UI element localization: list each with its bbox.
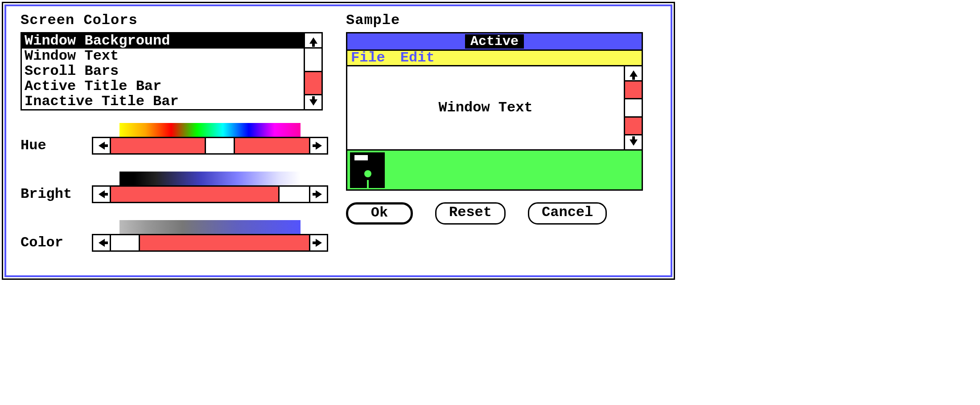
bright-scrollbar[interactable] [92, 185, 328, 203]
hue-left-button[interactable] [93, 138, 111, 153]
sample-scroll-track[interactable] [625, 82, 642, 134]
color-right-button[interactable] [309, 235, 327, 250]
listbox-scrollbar[interactable] [305, 32, 323, 110]
arrow-right-icon [316, 239, 322, 247]
floppy-disk-icon[interactable] [350, 152, 385, 188]
color-slider-row: Color [21, 220, 328, 252]
arrow-left-icon [99, 239, 105, 247]
hue-slider[interactable] [92, 123, 328, 155]
hue-track-segment [235, 138, 309, 153]
scroll-track-segment [625, 82, 642, 98]
bright-slider[interactable] [92, 172, 328, 203]
hue-right-button[interactable] [309, 138, 327, 153]
bright-track[interactable] [111, 187, 309, 202]
arrow-left-icon [99, 190, 105, 198]
scroll-up-button[interactable] [305, 33, 321, 49]
button-row: Ok Reset Cancel [346, 202, 649, 225]
scroll-track-segment [305, 71, 321, 94]
hue-track-segment [111, 138, 206, 153]
scroll-thumb[interactable] [305, 49, 321, 71]
ok-button[interactable]: Ok [346, 202, 413, 225]
right-column: Sample Active File Edit Window Text [346, 11, 649, 269]
sample-client-area: Window Text [347, 66, 642, 149]
sample-window: Active File Edit Window Text [346, 32, 643, 191]
hue-slider-row: Hue [21, 123, 328, 155]
dialog-inner-frame: Screen Colors Window Background Window T… [4, 4, 672, 277]
hue-thumb[interactable] [206, 138, 235, 153]
sample-scroll-down[interactable] [625, 134, 642, 149]
sample-scrollbar[interactable] [624, 66, 642, 149]
color-track[interactable] [111, 235, 309, 250]
hue-track[interactable] [111, 138, 309, 153]
scroll-track-segment [625, 116, 642, 134]
arrow-left-icon [99, 142, 105, 150]
color-thumb[interactable] [111, 235, 140, 250]
list-item[interactable]: Active Title Bar [22, 79, 304, 94]
bright-left-button[interactable] [93, 187, 111, 202]
screen-colors-heading: Screen Colors [21, 13, 328, 28]
list-item[interactable]: Window Background [22, 33, 304, 49]
bright-thumb[interactable] [280, 187, 309, 202]
sample-window-text: Window Text [347, 66, 624, 149]
bright-label: Bright [21, 187, 92, 203]
sample-scroll-up[interactable] [625, 66, 642, 82]
screen-colors-listbox[interactable]: Window Background Window Text Scroll Bar… [21, 32, 305, 110]
color-left-button[interactable] [93, 235, 111, 250]
sample-desktop [347, 149, 642, 189]
reset-button[interactable]: Reset [435, 202, 506, 225]
arrow-down-icon [309, 99, 317, 106]
sample-scroll-thumb[interactable] [625, 98, 642, 116]
arrow-up-icon [309, 37, 317, 44]
color-slider[interactable] [92, 220, 328, 252]
cancel-button[interactable]: Cancel [528, 202, 607, 225]
arrow-down-icon [630, 139, 638, 146]
arrow-up-icon [630, 70, 638, 77]
bright-right-button[interactable] [309, 187, 327, 202]
sample-titlebar: Active [347, 33, 642, 49]
bright-gradient [119, 172, 301, 187]
color-gradient [119, 220, 301, 235]
hue-gradient [119, 123, 301, 138]
color-scrollbar[interactable] [92, 234, 328, 252]
scroll-track[interactable] [305, 49, 321, 94]
screen-colors-listbox-wrap: Window Background Window Text Scroll Bar… [21, 32, 328, 110]
left-column: Screen Colors Window Background Window T… [21, 11, 328, 269]
scroll-down-button[interactable] [305, 94, 321, 109]
color-label: Color [21, 236, 92, 252]
sample-title: Active [465, 34, 524, 49]
color-track-segment [140, 235, 309, 250]
list-item[interactable]: Window Text [22, 49, 304, 64]
bright-slider-row: Bright [21, 172, 328, 203]
arrow-right-icon [316, 142, 322, 150]
arrow-right-icon [316, 190, 322, 198]
dialog-outer-frame: Screen Colors Window Background Window T… [2, 2, 675, 280]
bright-track-segment [111, 187, 280, 202]
slider-group: Hue [21, 123, 328, 252]
sample-heading: Sample [346, 13, 649, 28]
hue-scrollbar[interactable] [92, 137, 328, 155]
list-item[interactable]: Scroll Bars [22, 64, 304, 79]
hue-label: Hue [21, 139, 92, 155]
sample-menu-edit[interactable]: Edit [400, 51, 435, 65]
sample-menubar: File Edit [347, 49, 642, 66]
sample-menu-file[interactable]: File [351, 51, 385, 65]
list-item[interactable]: Inactive Title Bar [22, 94, 304, 109]
